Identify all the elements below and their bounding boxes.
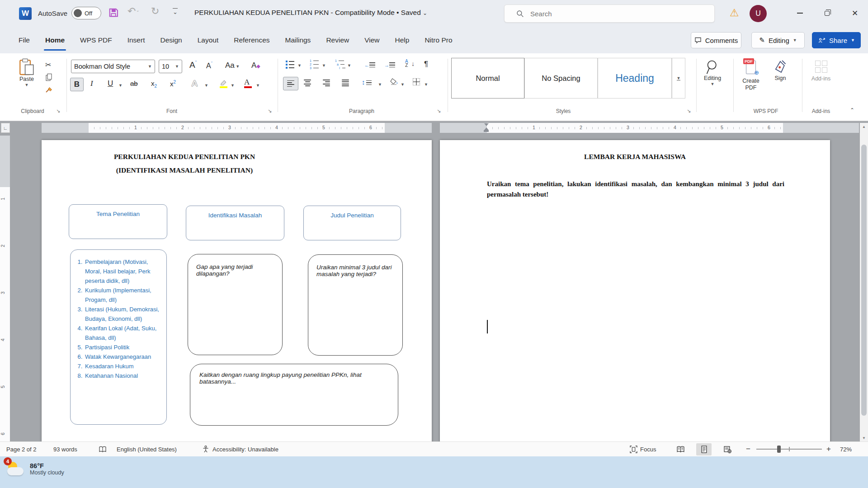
copy-button[interactable] [45, 73, 52, 81]
align-center-button[interactable] [304, 80, 311, 86]
grow-font-button[interactable]: Aˆ [189, 60, 197, 70]
multilevel-list-button[interactable]: 1 a i [335, 60, 345, 69]
tab-nitro-pro[interactable]: Nitro Pro [417, 27, 460, 53]
underline-button[interactable]: U [108, 79, 113, 88]
bold-button[interactable]: B [70, 78, 84, 91]
accessibility-status[interactable]: Accessibility: Unavailable [212, 442, 278, 456]
judul-question-box[interactable]: Uraikan minimal 3 judul dari masalah yan… [308, 254, 403, 356]
tab-references[interactable]: References [226, 27, 277, 53]
proofing-icon[interactable] [99, 442, 107, 456]
save-icon[interactable] [108, 8, 118, 18]
scroll-down-arrow[interactable]: ▼ [860, 434, 868, 441]
line-spacing-button[interactable]: ↕ [362, 78, 372, 86]
autosave-toggle[interactable]: Off [71, 7, 101, 19]
bullets-button[interactable] [286, 61, 294, 69]
read-mode-button[interactable] [673, 443, 688, 455]
paste-button[interactable]: Paste ▼ [14, 58, 40, 87]
identifikasi-masalah-box[interactable]: Identifikasi Masalah [186, 206, 284, 240]
zoom-slider-thumb[interactable] [777, 446, 781, 453]
tab-help[interactable]: Help [387, 27, 417, 53]
search-box[interactable] [504, 5, 715, 23]
style-no-spacing[interactable]: No Spacing [524, 58, 598, 99]
editing-group-button[interactable]: Editing ▼ [700, 60, 725, 86]
font-color-button[interactable]: A [244, 78, 250, 87]
word-count[interactable]: 93 words [53, 442, 77, 456]
format-painter-button[interactable] [45, 86, 53, 93]
tab-view[interactable]: View [357, 27, 387, 53]
tab-wps-pdf[interactable]: WPS PDF [72, 27, 120, 53]
zoom-out-button[interactable]: − [746, 442, 750, 456]
sign-button[interactable]: Sign [769, 59, 792, 82]
zoom-level[interactable]: 72% [840, 442, 852, 456]
line-spacing-chevron-icon[interactable]: ▼ [378, 82, 382, 87]
bullets-chevron-icon[interactable]: ▼ [297, 63, 302, 68]
restore-button[interactable] [814, 0, 840, 26]
page-right[interactable]: LEMBAR KERJA MAHASISWA Uraikan tema pene… [440, 140, 830, 456]
gap-question-box[interactable]: Gap apa yang terjadi dilapangan? [188, 254, 283, 355]
pilcrow-button[interactable]: ¶ [424, 60, 428, 69]
underline-chevron-icon[interactable]: ▼ [118, 83, 123, 88]
page-left[interactable]: PERKULIAHAN KEDUA PENELITIAN PKN (IDENTI… [42, 140, 432, 456]
vertical-ruler[interactable]: 1 2 3 4 5 6 [0, 136, 10, 441]
align-right-button[interactable] [323, 80, 330, 86]
horizontal-ruler[interactable]: 1 2 3 4 5 6 1 2 3 4 5 6 ∟ [0, 123, 868, 133]
font-name-combo[interactable]: Bookman Old Style▼ [71, 60, 155, 73]
judul-penelitian-box[interactable]: Judul Penelitian [303, 206, 401, 240]
numbering-button[interactable]: 1 2 3 [309, 60, 319, 69]
web-layout-button[interactable] [720, 443, 735, 455]
editing-mode-button[interactable]: ✎ Editing ▼ [751, 32, 805, 48]
strikethrough-button[interactable]: ab [130, 80, 138, 87]
create-pdf-button[interactable]: PDF ⊕ CreatePDF [738, 59, 764, 91]
focus-button[interactable]: Focus [630, 442, 656, 456]
close-button[interactable]: ✕ [842, 0, 868, 26]
language-indicator[interactable]: English (United States) [117, 442, 177, 456]
weather-widget[interactable]: 4 86°F Mostly cloudy [6, 460, 64, 478]
style-heading[interactable]: Heading [598, 58, 672, 99]
superscript-button[interactable]: x2 [170, 80, 176, 88]
collapse-ribbon-button[interactable]: ⌄ [850, 107, 854, 113]
shading-chevron-icon[interactable]: ▼ [401, 82, 405, 87]
tema-list-box[interactable]: Pembelajaran (Motivasi, Moral, Hasil bel… [70, 249, 167, 425]
tab-design[interactable]: Design [152, 27, 189, 53]
quick-access-toolbar-chevron[interactable]: ⌄ [173, 8, 178, 16]
paragraph-dialog-launcher[interactable]: ↘ [437, 108, 441, 114]
kaitkan-note-box[interactable]: Kaitkan dengan ruang lingkup payung pene… [190, 364, 398, 426]
page-indicator[interactable]: Page 2 of 2 [6, 442, 37, 456]
clipboard-dialog-launcher[interactable]: ↘ [56, 108, 60, 114]
borders-chevron-icon[interactable]: ▼ [424, 82, 428, 87]
share-button[interactable]: Share ▼ [812, 32, 861, 48]
clear-formatting-button[interactable]: A◆ [251, 61, 260, 70]
word-logo-icon[interactable]: W [19, 7, 32, 20]
styles-dialog-launcher[interactable]: ↘ [687, 108, 691, 114]
text-effects-button[interactable]: A [192, 79, 198, 89]
justify-button[interactable] [342, 80, 349, 86]
tab-review[interactable]: Review [318, 27, 357, 53]
tab-mailings[interactable]: Mailings [278, 27, 319, 53]
decrease-indent-button[interactable]: ← [364, 61, 375, 69]
increase-indent-button[interactable]: → [384, 61, 395, 69]
highlight-chevron-icon[interactable]: ▼ [231, 83, 235, 88]
print-layout-button[interactable] [696, 443, 712, 455]
zoom-in-button[interactable]: + [826, 442, 831, 456]
subscript-button[interactable]: x2 [151, 80, 157, 89]
tab-file[interactable]: File [11, 27, 38, 53]
warning-icon[interactable]: ⚠ [730, 7, 739, 19]
cut-button[interactable]: ✂ [45, 61, 51, 69]
undo-button[interactable]: ↶⌄ [127, 5, 140, 17]
add-ins-button[interactable]: Add-ins [808, 60, 834, 82]
tab-selector[interactable]: ∟ [1, 123, 10, 133]
change-case-button[interactable]: Aa ▼ [225, 61, 240, 70]
tema-penelitian-box[interactable]: Tema Penelitian [69, 204, 167, 239]
font-size-combo[interactable]: 10▼ [159, 60, 182, 73]
multilevel-chevron-icon[interactable]: ▼ [347, 63, 351, 68]
tab-insert[interactable]: Insert [120, 27, 153, 53]
minimize-button[interactable] [787, 0, 813, 26]
sort-button[interactable]: AZ [405, 59, 408, 67]
tab-layout[interactable]: Layout [190, 27, 226, 53]
text-effects-chevron-icon[interactable]: ▼ [204, 83, 208, 88]
align-left-button[interactable] [283, 77, 298, 90]
highlight-color-button[interactable] [220, 79, 228, 85]
redo-button[interactable]: ↻ [151, 5, 159, 17]
comments-button[interactable]: Comments [691, 32, 741, 48]
style-normal[interactable]: Normal [451, 58, 524, 99]
